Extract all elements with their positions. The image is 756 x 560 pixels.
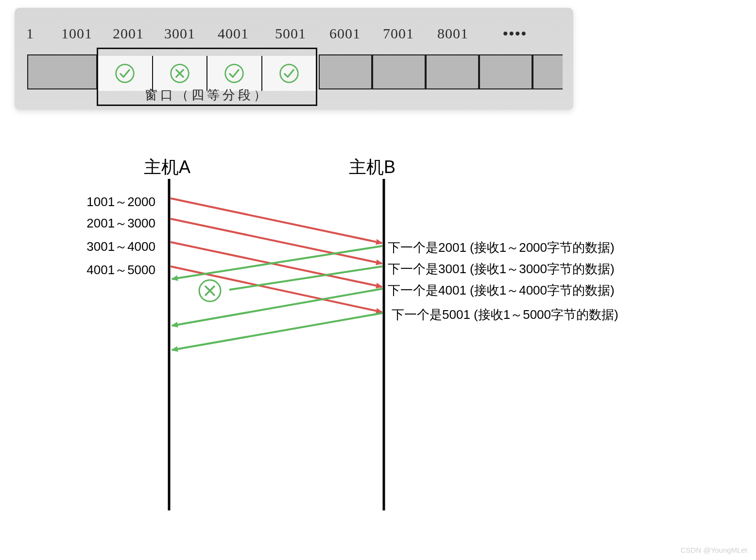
sequence-number-row: 1 1001 2001 3001 4001 5001 6001 7001 800…	[15, 25, 573, 43]
window-cell-3	[207, 56, 262, 91]
ack-label: 下一个是3001 (接收1～3000字节的数据)	[388, 261, 615, 278]
svg-point-0	[116, 65, 134, 83]
send-arrow	[171, 198, 382, 243]
seq-label: 6001	[329, 25, 361, 42]
send-arrow	[171, 219, 382, 263]
segment-cell	[479, 54, 533, 89]
ack-arrow	[172, 313, 382, 350]
check-icon	[114, 63, 136, 84]
send-range-label: 1001～2000	[78, 193, 155, 210]
window-cells	[98, 56, 316, 91]
window-cell-4	[262, 56, 316, 91]
segment-cell	[319, 54, 372, 89]
sliding-window-strip: 1 1001 2001 3001 4001 5001 6001 7001 800…	[15, 8, 573, 110]
send-arrow	[171, 242, 382, 287]
segment-cell	[533, 54, 563, 89]
seq-label: 5001	[275, 25, 306, 42]
seq-label: 4001	[218, 25, 249, 42]
segment-cell	[372, 54, 426, 89]
send-range-label: 4001～5000	[78, 262, 155, 279]
seq-label: 1	[26, 25, 34, 42]
svg-point-3	[280, 65, 298, 83]
window-rectangle: 窗口（四等分段）	[97, 48, 317, 106]
segment-cell	[426, 54, 479, 89]
watermark: CSDN @YoungMLet	[681, 546, 747, 554]
window-caption: 窗口（四等分段）	[98, 87, 316, 104]
ack-label: 下一个是5001 (接收1～5000字节的数据)	[392, 306, 619, 323]
window-cell-1	[98, 56, 153, 91]
send-range-label: 3001～4000	[78, 238, 155, 255]
seq-label: 3001	[164, 25, 195, 42]
sequence-diagram: 主机A 主机B 1001～2000 2001～30	[0, 141, 756, 530]
ack-label: 下一个是2001 (接收1～2000字节的数据)	[388, 239, 615, 256]
seq-label: 8001	[437, 25, 468, 42]
send-range-label: 2001～3000	[78, 215, 155, 232]
check-icon	[278, 63, 300, 84]
seq-label: 7001	[383, 25, 414, 42]
cross-icon	[169, 63, 190, 84]
seq-label-more: ••••	[503, 25, 527, 42]
segment-cell	[27, 54, 97, 89]
svg-point-2	[225, 65, 243, 83]
seq-label: 1001	[61, 25, 92, 42]
window-cell-2	[153, 56, 208, 91]
lost-cross-icon	[199, 280, 221, 301]
ack-arrow	[172, 246, 382, 279]
seq-label: 2001	[113, 25, 144, 42]
ack-label: 下一个是4001 (接收1～4000字节的数据)	[388, 282, 615, 299]
check-icon	[223, 63, 245, 84]
